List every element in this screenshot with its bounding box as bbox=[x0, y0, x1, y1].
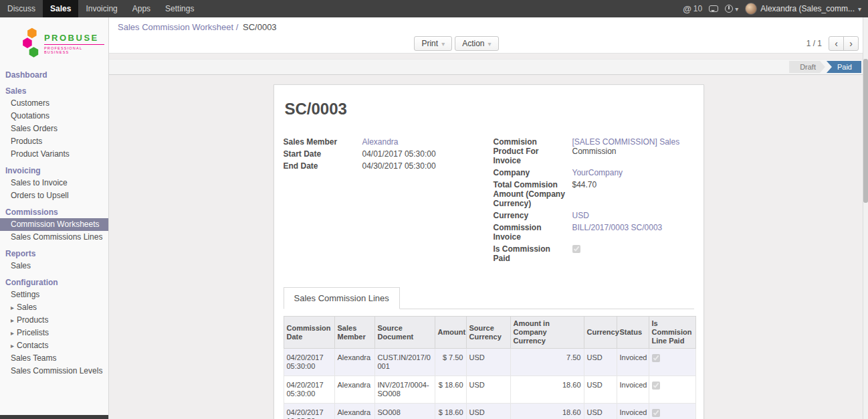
window-edge bbox=[0, 415, 108, 419]
sidebar-header-configuration[interactable]: Configuration bbox=[0, 276, 108, 288]
cell-company-amount: 7.50 bbox=[510, 349, 584, 376]
mentions-counter[interactable]: @ 10 bbox=[683, 4, 702, 14]
cell-currency: USD bbox=[584, 404, 617, 419]
company-label: Company bbox=[494, 168, 572, 177]
sidebar-item-label: Pricelists bbox=[17, 328, 49, 337]
cell-amount: $ 7.50 bbox=[435, 349, 466, 376]
sidebar-item-dashboard[interactable]: Dashboard bbox=[0, 68, 108, 81]
activities-icon[interactable]: ▾ bbox=[725, 5, 738, 13]
sidebar-item-product-variants[interactable]: Product Variants bbox=[0, 148, 108, 161]
topbar-menu-sales[interactable]: Sales bbox=[43, 0, 78, 17]
breadcrumb: Sales Commission Worksheet / SC/0003 bbox=[109, 17, 868, 32]
cell-line-paid bbox=[649, 404, 695, 419]
topbar-menu-apps[interactable]: Apps bbox=[125, 0, 158, 17]
commission-product-rest: Commission bbox=[572, 147, 694, 156]
sidebar: PROBUSE PROFESSIONAL BUSINESS Dashboard … bbox=[0, 17, 109, 419]
sidebar-header-sales[interactable]: Sales bbox=[0, 84, 108, 97]
sidebar-item-customers[interactable]: Customers bbox=[0, 97, 108, 110]
col-commission-date[interactable]: Commission Date bbox=[284, 317, 334, 349]
col-amount-company-currency[interactable]: Amount in Company Currency bbox=[510, 317, 584, 349]
notebook-tabs: Sales Commission Lines bbox=[284, 287, 694, 309]
col-amount[interactable]: Amount bbox=[435, 317, 466, 349]
print-button-label: Print bbox=[421, 39, 438, 48]
form-sheet: SC/0003 Sales Member Alexandra Start Dat… bbox=[274, 84, 704, 419]
col-is-commission-line-paid[interactable]: Is Commision Line Paid bbox=[649, 317, 695, 349]
table-row[interactable]: 04/20/2017 10:35:53 Alexandra SO008 $ 18… bbox=[284, 404, 695, 419]
scrollbar[interactable] bbox=[863, 17, 868, 419]
commission-invoice-link[interactable]: BILL/2017/0003 SC/0003 bbox=[572, 223, 663, 232]
cell-date: 04/20/2017 10:35:53 bbox=[284, 404, 334, 419]
table-row[interactable]: 04/20/2017 05:30:00 Alexandra CUST.IN/20… bbox=[284, 349, 695, 376]
cell-currency: USD bbox=[584, 376, 617, 404]
user-menu[interactable]: Alexandra (Sales_comm... ▾ bbox=[745, 3, 861, 15]
col-sales-member[interactable]: Sales Member bbox=[334, 317, 374, 349]
sidebar-item-settings[interactable]: Settings bbox=[0, 288, 108, 301]
cell-member: Alexandra bbox=[334, 376, 374, 404]
field-group-left: Sales Member Alexandra Start Date 04/01/… bbox=[284, 136, 484, 264]
sidebar-item-sales-commissions-lines[interactable]: Sales Commissions Lines bbox=[0, 231, 108, 244]
sidebar-item-config-sales[interactable]: ▸Sales bbox=[0, 301, 108, 314]
cell-status: Invoiced bbox=[617, 349, 649, 376]
field-group-right: Commision Product For Invoice [SALES COM… bbox=[494, 136, 694, 264]
company-link[interactable]: YourCompany bbox=[572, 168, 623, 177]
sidebar-item-pricelists[interactable]: ▸Pricelists bbox=[0, 327, 108, 339]
action-button[interactable]: Action ▾ bbox=[455, 36, 498, 51]
user-name: Alexandra (Sales_comm... bbox=[760, 4, 855, 13]
sidebar-item-sales-teams[interactable]: Sales Teams bbox=[0, 352, 108, 365]
status-step-paid[interactable]: Paid bbox=[827, 61, 861, 73]
sales-member-link[interactable]: Alexandra bbox=[362, 137, 399, 147]
sidebar-header-commissions[interactable]: Commissions bbox=[0, 205, 108, 218]
pager-previous-button[interactable]: ‹ bbox=[829, 36, 844, 51]
topbar-menu-settings[interactable]: Settings bbox=[158, 0, 201, 17]
mention-count: 10 bbox=[693, 4, 702, 13]
topbar-menu-invoicing[interactable]: Invoicing bbox=[78, 0, 124, 17]
caret-right-icon: ▸ bbox=[11, 317, 14, 324]
sidebar-item-sales-commission-levels[interactable]: Sales Commission Levels bbox=[0, 365, 108, 378]
control-panel: Sales Commission Worksheet / SC/0003 Pri… bbox=[109, 17, 868, 54]
scrollbar-thumb[interactable] bbox=[863, 59, 868, 203]
col-currency[interactable]: Currency bbox=[584, 317, 617, 349]
caret-right-icon: ▸ bbox=[11, 304, 14, 311]
record-title: SC/0003 bbox=[285, 100, 694, 118]
is-commission-paid-label: Is Commission Paid bbox=[494, 244, 572, 263]
sidebar-item-orders-to-upsell[interactable]: Orders to Upsell bbox=[0, 189, 108, 202]
topbar: Discuss Sales Invoicing Apps Settings @ … bbox=[0, 0, 868, 17]
sidebar-item-sales-to-invoice[interactable]: Sales to Invoice bbox=[0, 177, 108, 189]
messages-icon[interactable] bbox=[709, 5, 718, 12]
status-step-draft[interactable]: Draft bbox=[789, 61, 825, 73]
breadcrumb-parent-link[interactable]: Sales Commission Worksheet / bbox=[118, 22, 238, 32]
commission-product-label: Commision Product For Invoice bbox=[494, 137, 572, 165]
print-button[interactable]: Print ▾ bbox=[414, 36, 452, 51]
sidebar-item-products[interactable]: Products bbox=[0, 135, 108, 148]
commission-product-link[interactable]: [SALES COMMISSION] Sales bbox=[572, 137, 680, 147]
cell-date: 04/20/2017 05:30:00 bbox=[284, 349, 334, 376]
sidebar-item-commission-worksheets[interactable]: Commission Worksheets bbox=[0, 218, 108, 231]
cell-company-amount: 18.60 bbox=[510, 404, 584, 419]
pager-next-button[interactable]: › bbox=[843, 36, 859, 51]
sidebar-item-reports-sales[interactable]: Sales bbox=[0, 260, 108, 272]
sidebar-item-config-products[interactable]: ▸Products bbox=[0, 314, 108, 327]
col-source-document[interactable]: Source Document bbox=[374, 317, 435, 349]
currency-link[interactable]: USD bbox=[572, 211, 589, 220]
end-date-value: 04/30/2017 05:30:00 bbox=[362, 161, 484, 171]
cell-doc: INV/2017/0004-SO008 bbox=[374, 376, 435, 404]
statusbar: Draft Paid bbox=[109, 59, 868, 75]
caret-down-icon: ▾ bbox=[441, 40, 445, 48]
sidebar-header-invoicing[interactable]: Invoicing bbox=[0, 164, 108, 177]
col-source-currency[interactable]: Source Currency bbox=[466, 317, 510, 349]
col-status[interactable]: Status bbox=[617, 317, 649, 349]
currency-label: Currency bbox=[494, 211, 572, 220]
cell-source-currency: USD bbox=[466, 404, 510, 419]
sidebar-item-sales-orders[interactable]: Sales Orders bbox=[0, 122, 108, 135]
sidebar-header-reports[interactable]: Reports bbox=[0, 247, 108, 260]
commission-lines-table: Commission Date Sales Member Source Docu… bbox=[284, 316, 696, 419]
sidebar-item-contacts[interactable]: ▸Contacts bbox=[0, 339, 108, 352]
sidebar-item-quotations[interactable]: Quotations bbox=[0, 110, 108, 122]
topbar-menu-discuss[interactable]: Discuss bbox=[0, 0, 43, 17]
tab-sales-commission-lines[interactable]: Sales Commission Lines bbox=[284, 287, 400, 309]
chevron-left-icon: ‹ bbox=[835, 38, 838, 49]
sidebar-item-label: Contacts bbox=[17, 341, 48, 350]
breadcrumb-current: SC/0003 bbox=[243, 22, 277, 32]
spacer bbox=[109, 54, 868, 59]
table-row[interactable]: 04/20/2017 05:30:00 Alexandra INV/2017/0… bbox=[284, 376, 695, 404]
